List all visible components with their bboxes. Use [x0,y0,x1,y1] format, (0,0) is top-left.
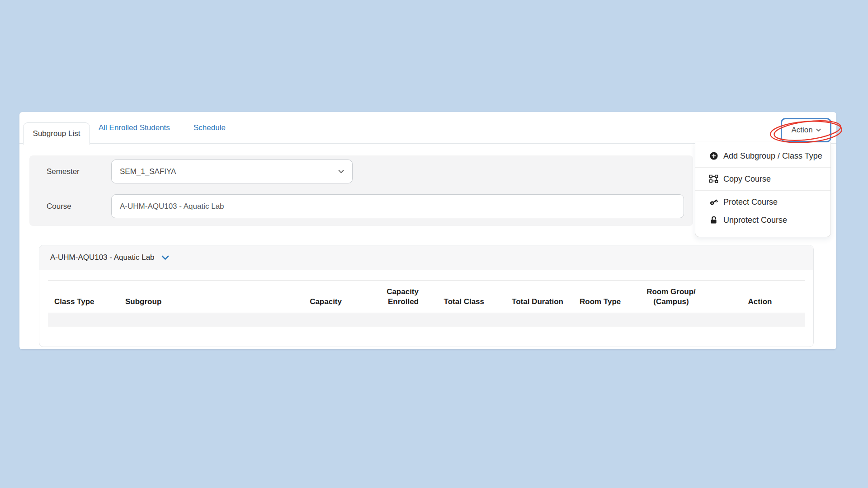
tab-subgroup-list[interactable]: Subgroup List [23,122,90,145]
circle-plus-icon [709,151,718,161]
course-input[interactable]: A-UHM-AQU103 - Aquatic Lab [111,194,684,218]
menu-item-add-subgroup-class-type[interactable]: Add Subgroup / Class Type [695,147,830,165]
menu-item-protect-course[interactable]: Protect Course [695,193,830,211]
course-accordion-title: A-UHM-AQU103 - Aquatic Lab [50,253,155,262]
menu-item-unprotect-course[interactable]: Unprotect Course [695,211,830,229]
col-room-type: Room Type [566,281,627,313]
col-total-class: Total Class [421,281,487,313]
col-class-type: Class Type [48,281,123,313]
unlock-icon [709,216,718,225]
semester-select[interactable]: SEM_1_SAFIYA [111,160,353,183]
semester-label: Semester [47,167,80,176]
vector-square-icon [709,174,718,184]
subgroup-table: Class Type Subgroup Capacity Capacity En… [48,280,805,327]
col-action: Action [715,281,805,313]
tab-all-enrolled-students-label: All Enrolled Students [99,123,170,132]
chevron-down-icon [816,128,821,132]
subgroup-table-header-row: Class Type Subgroup Capacity Capacity En… [48,281,805,313]
menu-item-label: Add Subgroup / Class Type [723,151,822,161]
semester-select-value: SEM_1_SAFIYA [120,167,176,176]
course-accordion-header[interactable]: A-UHM-AQU103 - Aquatic Lab [39,245,813,270]
course-label: Course [47,202,71,211]
tab-schedule[interactable]: Schedule [193,112,226,144]
tab-subgroup-list-label: Subgroup List [33,129,80,138]
course-section: A-UHM-AQU103 - Aquatic Lab Class Type Su… [39,245,814,347]
col-subgroup: Subgroup [123,281,250,313]
tab-schedule-label: Schedule [193,123,226,132]
chevron-down-icon [161,255,169,260]
menu-item-label: Protect Course [723,197,778,207]
tab-strip: Subgroup List All Enrolled Students Sche… [19,112,836,144]
course-management-card: Subgroup List All Enrolled Students Sche… [19,112,836,349]
action-dropdown-menu: Add Subgroup / Class Type Copy Course [695,142,831,237]
course-input-value: A-UHM-AQU103 - Aquatic Lab [120,202,224,211]
menu-divider [695,190,830,191]
page: { "colors": { "page_background": "#c1d6e… [0,0,868,488]
chevron-down-icon [338,169,344,174]
action-button[interactable]: Action [781,118,831,142]
col-total-duration: Total Duration [487,281,566,313]
col-capacity: Capacity [250,281,344,313]
empty-table-row [48,313,805,327]
filter-panel: Semester SEM_1_SAFIYA Course A-UHM-AQU10… [29,155,693,226]
menu-divider [695,167,830,168]
menu-item-copy-course[interactable]: Copy Course [695,170,830,188]
col-capacity-enrolled: Capacity Enrolled [344,281,421,313]
col-room-group: Room Group/ (Campus) [627,281,715,313]
subgroup-table-wrap: Class Type Subgroup Capacity Capacity En… [48,280,805,327]
tab-all-enrolled-students[interactable]: All Enrolled Students [99,112,170,144]
action-button-label: Action [791,126,812,135]
menu-item-label: Copy Course [723,174,771,184]
key-icon [709,197,718,207]
menu-item-label: Unprotect Course [723,216,787,225]
